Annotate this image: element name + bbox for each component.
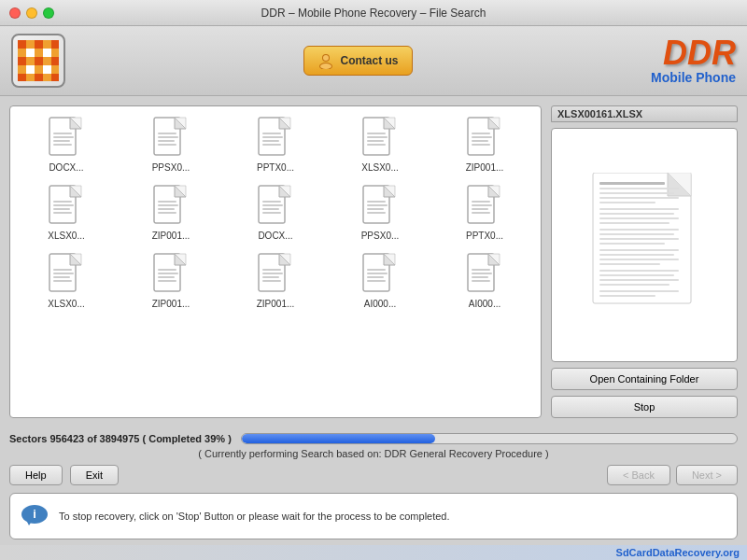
svg-rect-35 <box>53 140 70 142</box>
next-button[interactable]: Next > <box>676 465 738 485</box>
file-item[interactable]: PPTX0... <box>225 112 326 176</box>
svg-rect-120 <box>262 280 281 282</box>
file-icon <box>257 252 294 297</box>
svg-rect-99 <box>472 212 490 214</box>
exit-button[interactable]: Exit <box>70 465 119 485</box>
file-item[interactable]: PPSX0... <box>120 112 221 176</box>
svg-rect-4 <box>43 40 51 49</box>
maximize-button[interactable] <box>43 7 54 19</box>
svg-rect-85 <box>262 212 281 214</box>
svg-rect-117 <box>262 269 281 271</box>
svg-rect-125 <box>367 273 388 274</box>
nav-row: Help Exit < Back Next > <box>9 465 738 485</box>
file-label: ZIP001... <box>466 162 504 173</box>
svg-rect-6 <box>18 49 26 57</box>
stop-label: Stop <box>634 401 655 413</box>
help-button[interactable]: Help <box>9 465 63 485</box>
file-icon <box>466 116 503 161</box>
svg-rect-36 <box>53 144 72 146</box>
app-logo <box>11 34 65 88</box>
svg-rect-11 <box>18 57 26 65</box>
svg-rect-62 <box>472 136 492 138</box>
svg-rect-151 <box>599 249 679 251</box>
file-item[interactable]: ZIP001... <box>120 180 221 245</box>
file-icon <box>466 184 503 229</box>
svg-point-28 <box>323 55 329 61</box>
svg-rect-14 <box>43 57 51 65</box>
svg-rect-3 <box>35 40 43 49</box>
svg-rect-18 <box>35 65 43 74</box>
svg-rect-42 <box>158 140 175 142</box>
info-icon: i <box>20 501 49 531</box>
ddr-logo: DDR Mobile Phone <box>651 36 736 85</box>
svg-rect-97 <box>472 204 492 206</box>
svg-rect-41 <box>158 136 178 138</box>
file-item[interactable]: XLSX0... <box>16 180 117 245</box>
file-icon <box>152 184 190 229</box>
minimize-button[interactable] <box>26 7 37 19</box>
svg-rect-134 <box>472 280 490 282</box>
svg-rect-43 <box>158 144 176 146</box>
file-item[interactable]: PPSX0... <box>330 180 430 245</box>
title-bar: DDR – Mobile Phone Recovery – File Searc… <box>0 0 747 26</box>
file-icon <box>48 184 85 229</box>
file-grid-panel[interactable]: DOCX... PPSX0... <box>9 105 542 418</box>
svg-rect-57 <box>367 144 386 146</box>
ddr-title: DDR <box>651 36 736 70</box>
svg-rect-84 <box>262 208 279 210</box>
svg-rect-77 <box>158 208 175 210</box>
open-folder-label: Open Containing Folder <box>590 373 699 385</box>
contact-btn-label: Contact us <box>340 54 398 67</box>
svg-rect-104 <box>53 273 74 274</box>
svg-rect-1 <box>18 40 26 49</box>
svg-rect-40 <box>158 133 176 134</box>
file-item[interactable]: DOCX... <box>16 112 117 176</box>
svg-rect-154 <box>599 263 660 265</box>
nav-left-buttons: Help Exit <box>9 465 119 485</box>
svg-rect-147 <box>599 229 679 231</box>
file-label: XLSX0... <box>48 231 84 241</box>
file-item[interactable]: ZIP001... <box>225 248 326 313</box>
file-item[interactable]: XLSX0... <box>16 248 117 313</box>
file-icon <box>361 116 399 161</box>
svg-rect-22 <box>26 74 35 81</box>
open-folder-button[interactable]: Open Containing Folder <box>551 368 738 390</box>
file-item[interactable]: PPTX0... <box>434 180 535 245</box>
svg-rect-71 <box>53 212 72 214</box>
svg-rect-75 <box>158 201 176 203</box>
svg-rect-9 <box>43 49 51 57</box>
app-body: Contact us DDR Mobile Phone DOCX... <box>0 26 747 560</box>
file-label: ZIP001... <box>152 231 190 241</box>
file-item[interactable]: ZIP001... <box>120 248 221 313</box>
file-grid: DOCX... PPSX0... <box>16 112 535 313</box>
svg-rect-13 <box>35 57 43 65</box>
svg-rect-119 <box>262 276 279 278</box>
svg-rect-144 <box>599 213 674 215</box>
file-label: PPSX0... <box>152 162 190 173</box>
file-item[interactable]: ZIP001... <box>434 112 535 176</box>
close-button[interactable] <box>9 7 21 19</box>
file-icon <box>257 116 294 161</box>
top-bar: Contact us DDR Mobile Phone <box>0 26 747 96</box>
svg-rect-118 <box>262 273 283 274</box>
svg-rect-112 <box>158 276 175 278</box>
file-item[interactable]: AI000... <box>434 248 535 313</box>
contact-us-button[interactable]: Contact us <box>303 46 412 76</box>
progress-text: Sectors 956423 of 3894975 ( Completed 39… <box>9 433 232 444</box>
svg-rect-103 <box>53 269 72 271</box>
svg-rect-111 <box>158 273 178 274</box>
file-item[interactable]: XLSX0... <box>330 112 430 176</box>
svg-rect-8 <box>35 49 43 57</box>
search-info: ( Currently performing Search based on: … <box>9 448 738 459</box>
svg-rect-82 <box>262 201 281 203</box>
file-item[interactable]: DOCX... <box>225 180 326 245</box>
file-icon <box>152 116 190 161</box>
file-label: PPTX0... <box>466 231 503 241</box>
ddr-subtitle: Mobile Phone <box>651 70 736 85</box>
file-item[interactable]: AI000... <box>330 248 430 313</box>
svg-rect-96 <box>472 201 490 203</box>
back-button[interactable]: < Back <box>607 465 670 485</box>
svg-rect-12 <box>26 57 35 65</box>
svg-rect-25 <box>51 74 59 81</box>
stop-button[interactable]: Stop <box>551 396 738 418</box>
